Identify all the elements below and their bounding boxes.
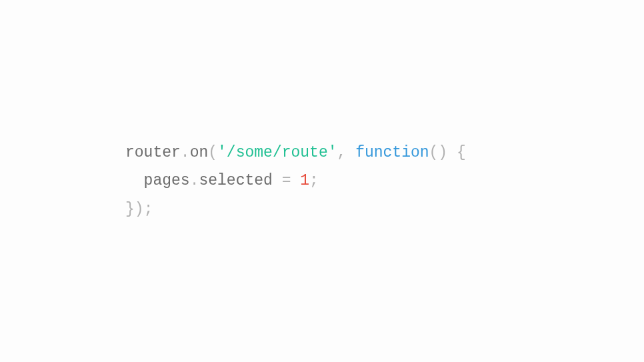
method-on: on [190, 144, 209, 161]
close-paren: ) [135, 201, 144, 218]
semicolon: ; [144, 201, 153, 218]
open-paren: ( [208, 144, 217, 161]
dot-operator: . [190, 172, 199, 189]
dot-operator: . [181, 144, 190, 161]
property-selected: selected [199, 172, 272, 189]
code-snippet: router.on('/some/route', function() { pa… [125, 139, 466, 224]
string-route: '/some/route' [217, 144, 337, 161]
code-line-1: router.on('/some/route', function() { [125, 144, 466, 161]
comma: , [337, 144, 347, 161]
identifier-pages: pages [144, 172, 190, 189]
empty-parens: () [429, 144, 448, 161]
semicolon: ; [309, 172, 319, 189]
space [447, 144, 457, 161]
identifier-router: router [125, 144, 181, 161]
space [291, 172, 300, 189]
close-brace: } [125, 201, 135, 218]
code-line-3: }); [125, 201, 153, 218]
indent [125, 172, 144, 189]
open-brace: { [457, 144, 466, 161]
number-literal: 1 [300, 172, 309, 189]
space [273, 172, 282, 189]
keyword-function: function [355, 144, 429, 161]
code-line-2: pages.selected = 1; [125, 172, 319, 189]
equals-operator: = [282, 172, 291, 189]
space [346, 144, 355, 161]
